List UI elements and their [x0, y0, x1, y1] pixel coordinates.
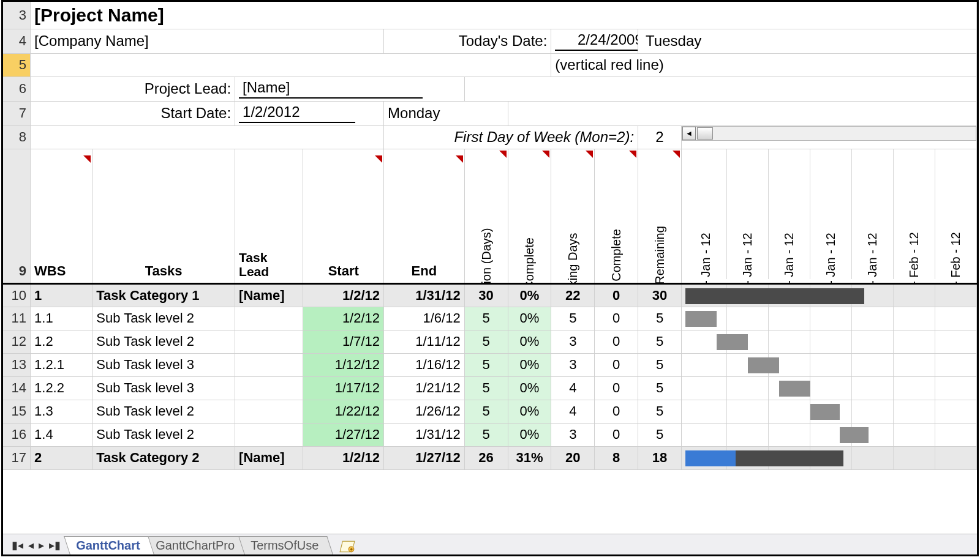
- cell-end[interactable]: 1/6/12: [384, 307, 465, 330]
- cell-start[interactable]: 1/2/12: [303, 307, 384, 330]
- cell-pct-complete[interactable]: 0%: [508, 330, 551, 353]
- cell-days-remaining[interactable]: 30: [638, 283, 682, 307]
- sheet-tab-termsofuse[interactable]: TermsOfUse: [239, 536, 334, 554]
- col-header-wbs[interactable]: WBS: [31, 149, 92, 283]
- cell-days-complete[interactable]: 0: [595, 330, 638, 353]
- start-date-value[interactable]: 1/2/2012: [239, 103, 355, 123]
- cell-task-lead[interactable]: [235, 353, 303, 376]
- cell-wbs[interactable]: 1.3: [31, 400, 92, 423]
- sheet-nav-next-icon[interactable]: ▸: [36, 539, 47, 552]
- row-number[interactable]: 10: [3, 283, 31, 307]
- row-number-selected[interactable]: 5: [3, 53, 31, 77]
- cell-task[interactable]: Task Category 2: [92, 446, 235, 469]
- row-number[interactable]: 17: [3, 446, 31, 469]
- task-category-row[interactable]: 172Task Category 2[Name]1/2/121/27/12263…: [3, 446, 977, 469]
- worksheet-grid[interactable]: 3 [Project Name] 4 [Company Name] Today'…: [3, 2, 977, 470]
- cell-wbs[interactable]: 1: [31, 283, 92, 307]
- cell-days-remaining[interactable]: 5: [638, 330, 682, 353]
- sheet-nav-last-icon[interactable]: ▸▮: [47, 539, 63, 552]
- cell-duration[interactable]: 5: [464, 400, 508, 423]
- cell-pct-complete[interactable]: 0%: [508, 283, 551, 307]
- cell-wbs[interactable]: 1.1: [31, 307, 92, 330]
- comment-indicator-icon[interactable]: [673, 151, 680, 158]
- cell-task[interactable]: Sub Task level 2: [92, 400, 235, 423]
- cell-working-days[interactable]: 5: [551, 307, 595, 330]
- cell-wbs[interactable]: 1.2: [31, 330, 92, 353]
- project-lead-value[interactable]: [Name]: [239, 79, 423, 99]
- cell-end[interactable]: 1/31/12: [384, 423, 465, 446]
- cell-working-days[interactable]: 3: [551, 423, 595, 446]
- cell-wbs[interactable]: 2: [31, 446, 92, 469]
- cell-days-remaining[interactable]: 5: [638, 423, 682, 446]
- cell-task-lead[interactable]: [Name]: [235, 283, 303, 307]
- sheet-nav-first-icon[interactable]: ▮◂: [9, 539, 26, 552]
- col-header-tasklead[interactable]: TaskLead: [235, 149, 303, 283]
- scroll-left-button[interactable]: ◄: [682, 127, 696, 140]
- gantt-bar-progress[interactable]: [685, 450, 736, 466]
- col-header-pct[interactable]: % Complete: [508, 149, 551, 283]
- cell-duration[interactable]: 5: [464, 330, 508, 353]
- gantt-bar[interactable]: [685, 311, 717, 327]
- comment-indicator-icon[interactable]: [542, 151, 549, 158]
- cell-start[interactable]: 1/27/12: [303, 423, 384, 446]
- cell-working-days[interactable]: 3: [551, 330, 595, 353]
- cell-task-lead[interactable]: [235, 330, 303, 353]
- task-row[interactable]: 141.2.2Sub Task level 31/17/121/21/1250%…: [3, 376, 977, 400]
- cell-task-lead[interactable]: [235, 307, 303, 330]
- cell-days-complete[interactable]: 0: [595, 353, 638, 376]
- cell-task[interactable]: Task Category 1: [92, 283, 235, 307]
- row-number[interactable]: 13: [3, 353, 31, 376]
- today-date-value[interactable]: 2/24/2009: [555, 31, 638, 51]
- cell-task[interactable]: Sub Task level 2: [92, 330, 235, 353]
- cell-end[interactable]: 1/16/12: [384, 353, 465, 376]
- task-category-row[interactable]: 101Task Category 1[Name]1/2/121/31/12300…: [3, 283, 977, 307]
- cell-duration[interactable]: 5: [464, 353, 508, 376]
- company-name[interactable]: [Company Name]: [34, 32, 149, 49]
- cell-end[interactable]: 1/11/12: [384, 330, 465, 353]
- comment-indicator-icon[interactable]: [499, 151, 507, 158]
- new-sheet-icon[interactable]: [337, 539, 358, 554]
- cell-pct-complete[interactable]: 31%: [508, 446, 551, 469]
- gantt-bar[interactable]: [736, 450, 844, 466]
- cell-days-complete[interactable]: 8: [595, 446, 638, 469]
- row-number[interactable]: 6: [3, 77, 31, 101]
- cell-task-lead[interactable]: [Name]: [235, 446, 303, 469]
- cell-days-remaining[interactable]: 5: [638, 376, 682, 400]
- cell-task-lead[interactable]: [235, 423, 303, 446]
- cell-duration[interactable]: 26: [464, 446, 508, 469]
- task-row[interactable]: 131.2.1Sub Task level 31/12/121/16/1250%…: [3, 353, 977, 376]
- cell-start[interactable]: 1/7/12: [303, 330, 384, 353]
- cell-working-days[interactable]: 4: [551, 376, 595, 400]
- gantt-bar[interactable]: [685, 288, 864, 304]
- cell-start[interactable]: 1/17/12: [303, 376, 384, 400]
- col-header-wdays[interactable]: Working Days: [551, 149, 595, 283]
- cell-days-complete[interactable]: 0: [595, 376, 638, 400]
- cell-end[interactable]: 1/26/12: [384, 400, 465, 423]
- cell-duration[interactable]: 30: [464, 283, 508, 307]
- task-row[interactable]: 121.2Sub Task level 21/7/121/11/1250%305: [3, 330, 977, 353]
- row-number[interactable]: 16: [3, 423, 31, 446]
- row-number[interactable]: 9: [3, 149, 31, 283]
- comment-indicator-icon[interactable]: [456, 155, 463, 163]
- row-number[interactable]: 12: [3, 330, 31, 353]
- cell-days-complete[interactable]: 0: [595, 423, 638, 446]
- comment-indicator-icon[interactable]: [586, 151, 593, 158]
- cell-working-days[interactable]: 20: [551, 446, 595, 469]
- cell-task[interactable]: Sub Task level 3: [92, 353, 235, 376]
- cell-working-days[interactable]: 22: [551, 283, 595, 307]
- gantt-bar[interactable]: [810, 404, 840, 420]
- gantt-bar[interactable]: [748, 357, 779, 373]
- row-number[interactable]: 8: [3, 125, 31, 149]
- col-header-duration[interactable]: Duration (Days): [464, 149, 508, 283]
- cell-task-lead[interactable]: [235, 376, 303, 400]
- project-title[interactable]: [Project Name]: [34, 5, 164, 25]
- cell-duration[interactable]: 5: [464, 307, 508, 330]
- gantt-bar[interactable]: [779, 381, 810, 397]
- first-day-value[interactable]: 2: [655, 129, 663, 145]
- cell-days-complete[interactable]: 0: [595, 307, 638, 330]
- cell-pct-complete[interactable]: 0%: [508, 353, 551, 376]
- gantt-horizontal-scrollbar[interactable]: ◄: [682, 126, 976, 141]
- comment-indicator-icon[interactable]: [83, 155, 91, 163]
- col-header-start[interactable]: Start: [303, 149, 384, 283]
- cell-pct-complete[interactable]: 0%: [508, 307, 551, 330]
